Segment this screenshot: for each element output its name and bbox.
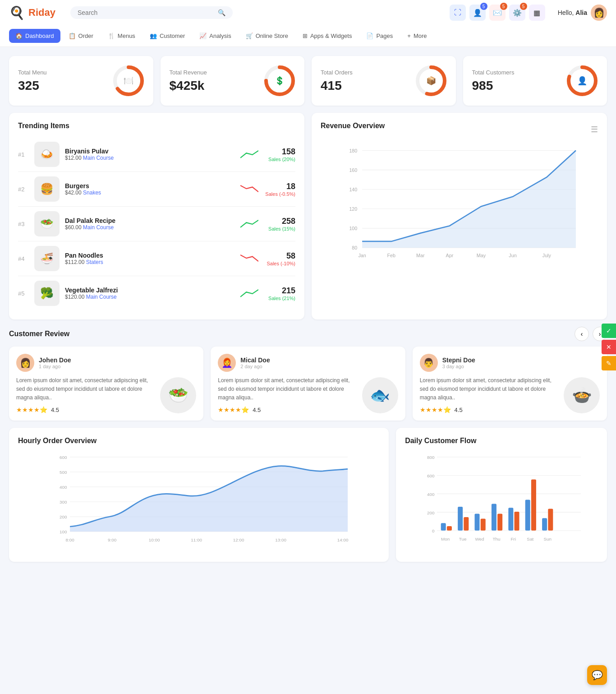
reviews-grid: 👩 Johen Doe 1 day ago Lorem ipsum dolor … — [9, 347, 607, 421]
svg-rect-65 — [508, 508, 513, 531]
logo-icon: 🍳 — [9, 5, 25, 20]
svg-text:Mon: Mon — [441, 536, 450, 541]
float-red-button[interactable]: ✕ — [602, 340, 616, 354]
svg-rect-61 — [475, 514, 480, 530]
svg-text:200: 200 — [60, 514, 67, 519]
nav-item-dashboard[interactable]: 🏠 Dashboard — [9, 29, 60, 43]
trend-rank: #2 — [18, 186, 29, 193]
search-bar[interactable]: 🔍 — [70, 6, 233, 19]
reviewer-time: 2 day ago — [240, 364, 270, 369]
nav-item-pages[interactable]: 📄 Pages — [360, 29, 399, 43]
store-icon: 🛒 — [246, 32, 253, 39]
trending-item: #2 🍔 Burgers $42.00 Snakes 18 Sales (-0.… — [18, 172, 295, 207]
trend-rank: #3 — [18, 221, 29, 227]
trend-count: 58 — [264, 251, 295, 261]
trend-image: 🥗 — [34, 211, 60, 236]
svg-rect-58 — [447, 526, 452, 530]
trend-stats: 158 Sales (20%) — [264, 147, 295, 162]
svg-text:Sun: Sun — [544, 536, 552, 541]
nav-item-apps[interactable]: ⊞ Apps & Widgets — [296, 29, 359, 43]
float-yellow-button[interactable]: ✎ — [602, 356, 616, 370]
trending-item: #5 🥦 Vegetable Jalfrezi $120.00 Main Cou… — [18, 276, 295, 310]
nav-item-menus[interactable]: 🍴 Menus — [101, 29, 142, 43]
nav-item-analysis[interactable]: 📈 Analysis — [193, 29, 237, 43]
daily-customer-card: Daily Customer Flow 800 600 400 200 0 — [396, 428, 607, 562]
stat-card-1: Total Revenue $425k 💲 — [161, 56, 305, 106]
reviews-prev-button[interactable]: ‹ — [575, 327, 589, 341]
stat-info-3: Total Customers 985 — [472, 69, 515, 93]
svg-text:Apr: Apr — [446, 253, 454, 258]
avatar: 👩 — [591, 5, 607, 21]
nav-item-more[interactable]: + More — [401, 29, 433, 43]
trend-stats: 258 Sales (15%) — [264, 217, 295, 231]
trend-price: $112.00 Staters — [65, 259, 235, 265]
mail-button[interactable]: ✉️ 5 — [489, 5, 506, 21]
stat-value-2: 415 — [321, 79, 353, 93]
trend-category: Main Course — [86, 294, 117, 300]
nav-label-pages: Pages — [376, 32, 393, 39]
svg-text:Tue: Tue — [459, 536, 467, 541]
trend-sparkline — [240, 287, 258, 300]
trend-rank: #1 — [18, 151, 29, 158]
stat-icon-0: 🍽️ — [124, 76, 133, 86]
trend-category: Main Course — [83, 155, 114, 161]
trend-rank: #5 — [18, 290, 29, 297]
stat-label-0: Total Menu — [18, 69, 47, 76]
star-rating: ★★★★⭐ — [420, 406, 451, 413]
stat-value-1: $425k — [170, 79, 207, 93]
trend-image: 🍛 — [34, 142, 60, 167]
settings-button[interactable]: ⚙️ 5 — [509, 5, 525, 21]
revenue-overview-card: Revenue Overview ☰ 180 160 140 120 100 8… — [312, 113, 607, 319]
reviewer-avatar: 👩 — [16, 354, 34, 372]
review-card: 👨 Stepni Doe 3 day ago Lorem ipsum dolor… — [413, 347, 607, 421]
revenue-chart: 180 160 140 120 100 80 Jan Feb Mar Apr M… — [321, 141, 598, 267]
svg-text:800: 800 — [427, 455, 435, 460]
reviewer-time: 1 day ago — [39, 364, 71, 369]
nav-item-online-store[interactable]: 🛒 Online Store — [239, 29, 294, 43]
svg-text:May: May — [477, 253, 486, 258]
trending-items-card: Trending Items #1 🍛 Biryanis Pulav $12.0… — [9, 113, 304, 319]
fullscreen-button[interactable]: ⛶ — [450, 5, 466, 21]
user-greeting: Hello, Alia — [558, 9, 587, 16]
reviewer-name: Stepni Doe — [442, 356, 475, 364]
star-rating: ★★★★⭐ — [16, 406, 47, 413]
reviews-section: Customer Review ‹ › 👩 Johen Doe 1 day ag… — [0, 319, 616, 421]
float-green-button[interactable]: ✓ — [602, 324, 616, 338]
svg-text:9:00: 9:00 — [108, 537, 117, 542]
stat-icon-1: 💲 — [275, 76, 285, 86]
svg-text:10:00: 10:00 — [149, 537, 160, 542]
logo: 🍳 Riday — [9, 5, 63, 20]
trend-name: Vegetable Jalfrezi — [65, 287, 235, 294]
trend-price: $12.00 Main Course — [65, 155, 235, 161]
svg-rect-63 — [492, 504, 496, 530]
review-food-image: 🐟 — [362, 377, 398, 413]
svg-rect-69 — [542, 518, 547, 531]
review-text: Lorem ipsum dolor sit amet, consectetur … — [218, 376, 357, 403]
trend-category: Staters — [86, 259, 103, 265]
user-icon: 👤 — [473, 9, 482, 17]
stat-card-2: Total Orders 415 📦 — [312, 56, 456, 106]
fullscreen-icon: ⛶ — [454, 9, 461, 17]
mail-icon: ✉️ — [493, 9, 502, 17]
user-notifications-button[interactable]: 👤 5 — [469, 5, 486, 21]
svg-rect-57 — [441, 523, 446, 531]
nav-item-customer[interactable]: 👥 Customer — [143, 29, 191, 43]
svg-rect-70 — [548, 509, 553, 530]
apps-icon: ⊞ — [303, 32, 308, 39]
trend-info: Biryanis Pulav $12.00 Main Course — [65, 148, 235, 161]
daily-title: Daily Customer Flow — [405, 437, 598, 445]
trend-info: Vegetable Jalfrezi $120.00 Main Course — [65, 287, 235, 300]
nav-item-order[interactable]: 📋 Order — [62, 29, 100, 43]
stat-label-1: Total Revenue — [170, 69, 207, 76]
revenue-menu-icon[interactable]: ☰ — [591, 125, 598, 134]
trend-stats: 215 Sales (21%) — [264, 286, 295, 301]
search-input[interactable] — [78, 9, 214, 16]
trend-rank: #4 — [18, 255, 29, 262]
stat-value-0: 325 — [18, 79, 47, 93]
layout-button[interactable]: ▦ — [529, 5, 545, 21]
review-text: Lorem ipsum dolor sit amet, consectetur … — [16, 376, 156, 403]
trend-info: Dal Palak Recipe $60.00 Main Course — [65, 217, 235, 231]
search-icon: 🔍 — [218, 9, 225, 16]
trend-price: $42.00 Snakes — [65, 190, 235, 196]
svg-text:Feb: Feb — [387, 253, 395, 258]
